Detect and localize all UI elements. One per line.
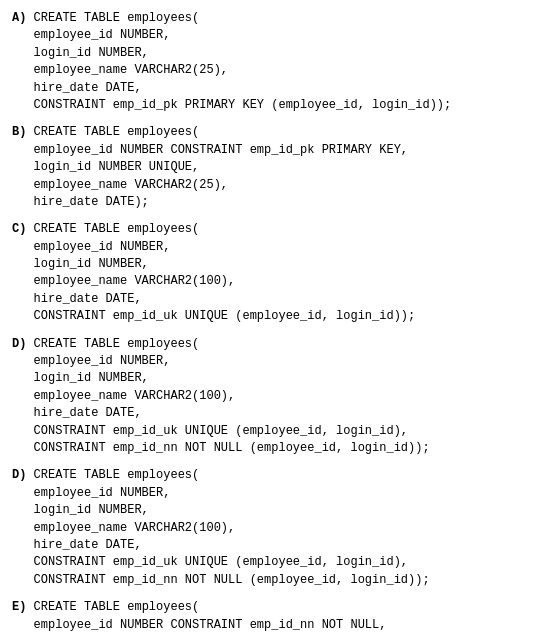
- option-first-line-2: C) CREATE TABLE employees(: [12, 221, 521, 238]
- option-line-1-2: login_id NUMBER UNIQUE,: [12, 159, 521, 176]
- option-block-5: E) CREATE TABLE employees( employee_id N…: [12, 599, 521, 632]
- option-line-2-4: hire_date DATE,: [12, 291, 521, 308]
- option-line-4-2: login_id NUMBER,: [12, 502, 521, 519]
- option-label-4: D): [12, 468, 34, 482]
- option-line-4-1: employee_id NUMBER,: [12, 485, 521, 502]
- option-line-2-3: employee_name VARCHAR2(100),: [12, 273, 521, 290]
- option-line-5-1: employee_id NUMBER CONSTRAINT emp_id_nn …: [12, 617, 521, 633]
- option-line-3-1: employee_id NUMBER,: [12, 353, 521, 370]
- option-line-4-3: employee_name VARCHAR2(100),: [12, 520, 521, 537]
- option-line-3-2: login_id NUMBER,: [12, 370, 521, 387]
- option-block-0: A) CREATE TABLE employees( employee_id N…: [12, 10, 521, 114]
- option-line-4-5: CONSTRAINT emp_id_uk UNIQUE (employee_id…: [12, 554, 521, 571]
- option-label-5: E): [12, 600, 34, 614]
- option-line-0-5: CONSTRAINT emp_id_pk PRIMARY KEY (employ…: [12, 97, 521, 114]
- option-first-line-5: E) CREATE TABLE employees(: [12, 599, 521, 616]
- option-line-3-4: hire_date DATE,: [12, 405, 521, 422]
- option-block-1: B) CREATE TABLE employees( employee_id N…: [12, 124, 521, 211]
- option-line-0-3: employee_name VARCHAR2(25),: [12, 62, 521, 79]
- option-first-line-1: B) CREATE TABLE employees(: [12, 124, 521, 141]
- option-block-2: C) CREATE TABLE employees( employee_id N…: [12, 221, 521, 325]
- option-line-4-4: hire_date DATE,: [12, 537, 521, 554]
- option-line-3-3: employee_name VARCHAR2(100),: [12, 388, 521, 405]
- option-first-line-3: D) CREATE TABLE employees(: [12, 336, 521, 353]
- option-block-4: D) CREATE TABLE employees( employee_id N…: [12, 467, 521, 589]
- option-line-0-4: hire_date DATE,: [12, 80, 521, 97]
- option-line-4-6: CONSTRAINT emp_id_nn NOT NULL (employee_…: [12, 572, 521, 589]
- option-line-0-1: employee_id NUMBER,: [12, 27, 521, 44]
- option-label-3: D): [12, 337, 34, 351]
- option-line-2-2: login_id NUMBER,: [12, 256, 521, 273]
- option-label-2: C): [12, 222, 34, 236]
- option-line-3-6: CONSTRAINT emp_id_nn NOT NULL (employee_…: [12, 440, 521, 457]
- option-line-3-5: CONSTRAINT emp_id_uk UNIQUE (employee_id…: [12, 423, 521, 440]
- option-label-1: B): [12, 125, 34, 139]
- option-block-3: D) CREATE TABLE employees( employee_id N…: [12, 336, 521, 458]
- option-line-1-4: hire_date DATE);: [12, 194, 521, 211]
- option-line-1-3: employee_name VARCHAR2(25),: [12, 177, 521, 194]
- option-line-0-2: login_id NUMBER,: [12, 45, 521, 62]
- option-line-2-5: CONSTRAINT emp_id_uk UNIQUE (employee_id…: [12, 308, 521, 325]
- option-line-1-1: employee_id NUMBER CONSTRAINT emp_id_pk …: [12, 142, 521, 159]
- option-line-2-1: employee_id NUMBER,: [12, 239, 521, 256]
- option-first-line-4: D) CREATE TABLE employees(: [12, 467, 521, 484]
- option-label-0: A): [12, 11, 34, 25]
- option-first-line-0: A) CREATE TABLE employees(: [12, 10, 521, 27]
- content-area: A) CREATE TABLE employees( employee_id N…: [12, 10, 521, 632]
